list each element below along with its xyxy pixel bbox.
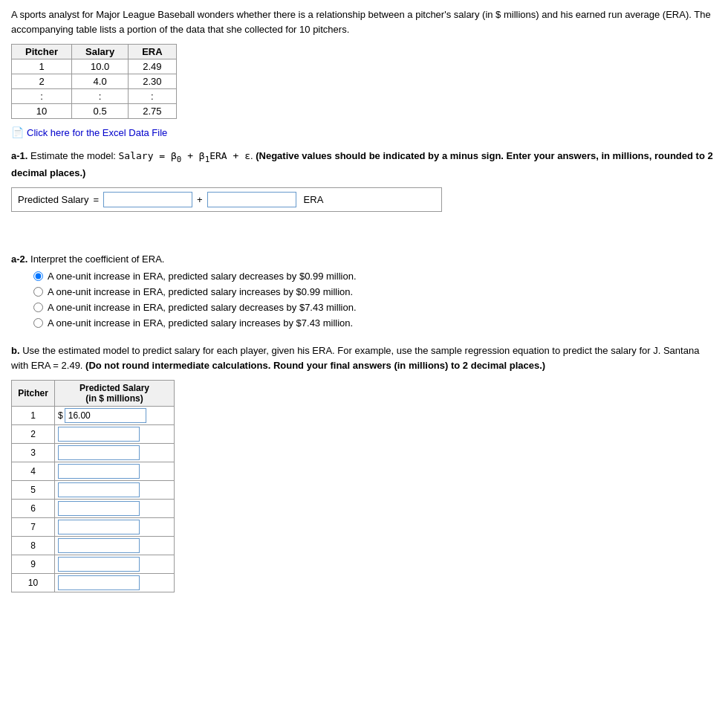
col-pitcher: Pitcher [12, 45, 72, 59]
radio-option-2[interactable]: A one-unit increase in ERA, predicted sa… [33, 286, 717, 297]
data-table-row: ::: [12, 89, 177, 104]
cell-era: 2.30 [129, 74, 176, 89]
radio-label-3: A one-unit increase in ERA, predicted sa… [48, 302, 357, 313]
section-a1: a-1. Estimate the model: Salary = β0 + β… [11, 149, 717, 212]
cell-pitcher: : [12, 89, 72, 104]
cell-salary: 4.0 [72, 74, 129, 89]
pitcher-row-7: 7 [12, 518, 175, 537]
col-era: ERA [129, 45, 176, 59]
salary-input-4[interactable] [58, 464, 140, 479]
a1-emphasis: (Negative values should be indicated by … [11, 150, 713, 178]
dollar-sign-1: $ [58, 410, 63, 421]
excel-icon: 📄 [11, 126, 24, 138]
salary-cell-3 [55, 444, 175, 462]
pitcher-row-4: 4 [12, 462, 175, 481]
slope-input[interactable] [207, 192, 296, 207]
pitcher-row-5: 5 [12, 481, 175, 500]
a1-instruction: a-1. Estimate the model: Salary = β0 + β… [11, 149, 717, 180]
salary-cell-8 [55, 537, 175, 555]
radio-input-3[interactable] [33, 303, 43, 312]
pitcher-row-1: 1$ [12, 407, 175, 425]
a2-instruction: a-2. Interpret the coefficient of ERA. [11, 253, 717, 265]
predicted-salary-label: Predicted Salary [18, 194, 88, 205]
salary-input-3[interactable] [58, 445, 140, 460]
pitcher-row-10: 10 [12, 574, 175, 592]
pitcher-num-10: 10 [12, 574, 55, 592]
salary-input-8[interactable] [58, 538, 140, 553]
pitcher-num-7: 7 [12, 518, 55, 537]
pitcher-num-4: 4 [12, 462, 55, 481]
salary-input-10[interactable] [58, 575, 140, 590]
salary-cell-9 [55, 555, 175, 574]
salary-input-9[interactable] [58, 557, 140, 572]
pitcher-row-2: 2 [12, 425, 175, 444]
salary-cell-5 [55, 481, 175, 500]
radio-options: A one-unit increase in ERA, predicted sa… [33, 271, 717, 329]
pitcher-row-6: 6 [12, 500, 175, 518]
section-b: b. Use the estimated model to predict sa… [11, 343, 717, 592]
radio-option-4[interactable]: A one-unit increase in ERA, predicted sa… [33, 317, 717, 329]
data-table-row: 100.52.75 [12, 104, 177, 119]
salary-input-5[interactable] [58, 482, 140, 497]
salary-cell-7 [55, 518, 175, 537]
a1-label: a-1. [11, 150, 27, 161]
a2-label: a-2. [11, 253, 27, 265]
intercept-input[interactable] [103, 192, 192, 207]
salary-input-2[interactable] [58, 427, 140, 442]
pitcher-num-1: 1 [12, 407, 55, 425]
intro-text: A sports analyst for Major League Baseba… [11, 7, 717, 36]
salary-cell-6 [55, 500, 175, 518]
pitcher-predicted-table: Pitcher Predicted Salary(in $ millions) … [11, 380, 175, 592]
radio-label-1: A one-unit increase in ERA, predicted sa… [48, 271, 357, 282]
salary-input-6[interactable] [58, 501, 140, 516]
plus-sign: + [197, 194, 203, 205]
pitcher-num-2: 2 [12, 425, 55, 444]
pitcher-num-6: 6 [12, 500, 55, 518]
salary-cell-10 [55, 574, 175, 592]
pitcher-row-3: 3 [12, 444, 175, 462]
b-instruction: b. Use the estimated model to predict sa… [11, 343, 717, 372]
radio-option-3[interactable]: A one-unit increase in ERA, predicted sa… [33, 302, 717, 313]
salary-cell-2 [55, 425, 175, 444]
pitcher-num-9: 9 [12, 555, 55, 574]
era-label: ERA [304, 194, 324, 205]
salary-cell-4 [55, 462, 175, 481]
data-table-row: 24.02.30 [12, 74, 177, 89]
radio-input-2[interactable] [33, 287, 43, 297]
cell-salary: 0.5 [72, 104, 129, 119]
cell-salary: 10.0 [72, 59, 129, 74]
equals-sign: = [93, 194, 99, 205]
cell-era: : [129, 89, 176, 104]
salary-input-7[interactable] [58, 520, 140, 534]
b-emphasis: (Do not round intermediate calculations.… [85, 360, 545, 371]
pitcher-row-8: 8 [12, 537, 175, 555]
col-salary: Salary [72, 45, 129, 59]
pitcher-num-5: 5 [12, 481, 55, 500]
col-pitcher-b: Pitcher [12, 381, 55, 407]
data-table: Pitcher Salary ERA 110.02.4924.02.30:::1… [11, 44, 177, 119]
radio-option-1[interactable]: A one-unit increase in ERA, predicted sa… [33, 271, 717, 282]
col-predicted-salary-b: Predicted Salary(in $ millions) [55, 381, 175, 407]
radio-label-2: A one-unit increase in ERA, predicted sa… [48, 286, 353, 297]
cell-era: 2.75 [129, 104, 176, 119]
cell-pitcher: 1 [12, 59, 72, 74]
excel-link-text: Click here for the Excel Data File [27, 127, 167, 138]
salary-input-1[interactable] [65, 408, 146, 423]
salary-cell-1: $ [55, 407, 175, 425]
cell-salary: : [72, 89, 129, 104]
radio-input-1[interactable] [33, 271, 43, 281]
cell-pitcher: 10 [12, 104, 72, 119]
excel-link[interactable]: 📄 Click here for the Excel Data File [11, 126, 167, 138]
pitcher-row-9: 9 [12, 555, 175, 574]
cell-era: 2.49 [129, 59, 176, 74]
data-table-row: 110.02.49 [12, 59, 177, 74]
radio-input-4[interactable] [33, 318, 43, 328]
radio-label-4: A one-unit increase in ERA, predicted sa… [48, 317, 353, 329]
cell-pitcher: 2 [12, 74, 72, 89]
b-label: b. [11, 345, 20, 356]
pitcher-num-8: 8 [12, 537, 55, 555]
section-a2: a-2. Interpret the coefficient of ERA. A… [11, 253, 717, 329]
equation-row: Predicted Salary = + ERA [11, 187, 442, 212]
pitcher-num-3: 3 [12, 444, 55, 462]
